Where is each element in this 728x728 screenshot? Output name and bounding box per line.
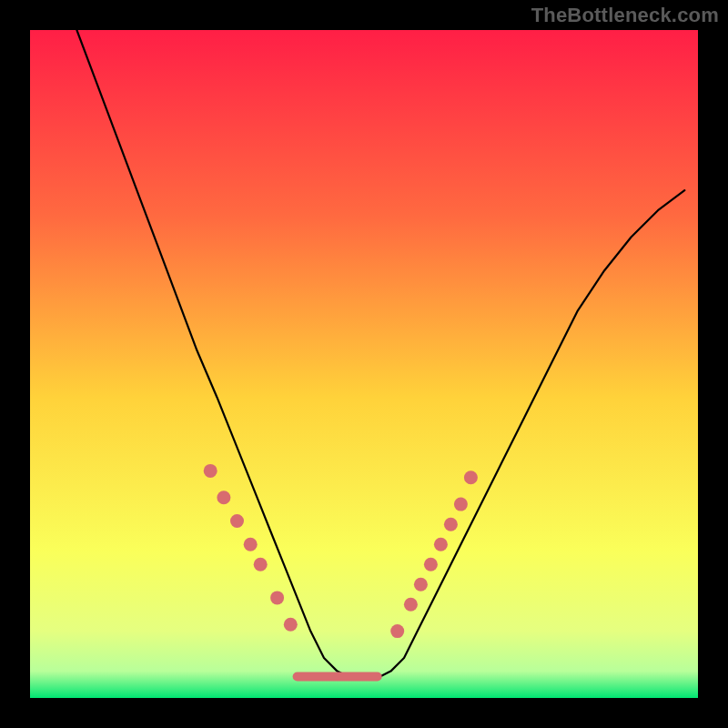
marker-dot [414, 578, 428, 592]
marker-dot [464, 470, 478, 484]
marker-dot [217, 490, 230, 504]
marker-dot [444, 518, 458, 531]
marker-dot [230, 514, 244, 528]
marker-dot [454, 498, 468, 511]
marker-dot [434, 538, 448, 551]
marker-dot [244, 538, 258, 551]
chart-frame: TheBottleneck.com [0, 0, 728, 728]
bottleneck-chart [30, 30, 698, 698]
marker-dot [254, 558, 268, 571]
marker-dot [424, 558, 438, 571]
marker-dot [204, 464, 217, 478]
marker-dot [404, 598, 418, 612]
marker-dot [390, 624, 404, 638]
marker-dot [270, 591, 284, 604]
gradient-background [30, 30, 698, 698]
marker-dot [284, 618, 298, 632]
watermark-text: TheBottleneck.com [531, 4, 719, 27]
